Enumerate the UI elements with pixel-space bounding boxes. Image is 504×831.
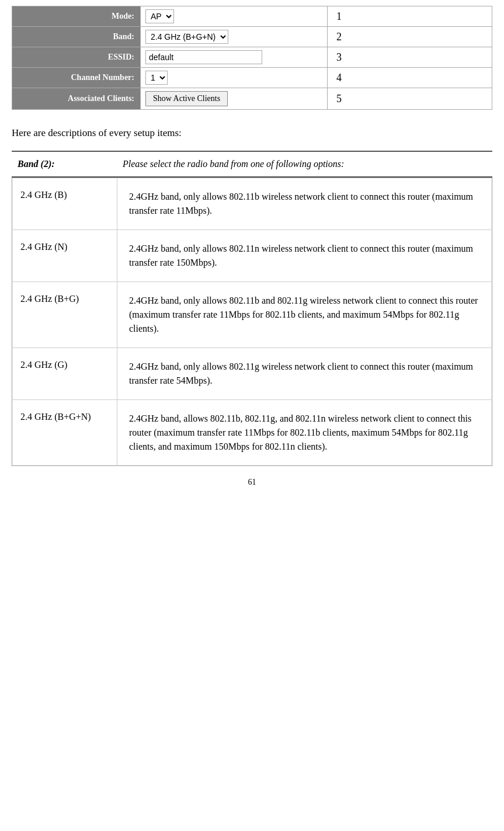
- settings-row-3: ESSID:3: [12, 47, 492, 68]
- page-container: Mode:AP1Band:2.4 GHz (B+G+N)2ESSID:3Chan…: [0, 0, 504, 831]
- settings-label-4: Channel Number:: [12, 68, 141, 88]
- band-option-desc-5: 2.4GHz band, allows 802.11b, 802.11g, an…: [117, 400, 492, 466]
- band-option-name-5: 2.4 GHz (B+G+N): [12, 400, 117, 466]
- settings-label-2: Band:: [12, 27, 141, 47]
- band-option-desc-3: 2.4GHz band, only allows 802.11b and 802…: [117, 282, 492, 348]
- settings-row-2: Band:2.4 GHz (B+G+N)2: [12, 27, 492, 47]
- band-option-name-1: 2.4 GHz (B): [12, 178, 117, 230]
- band-options-table: 2.4 GHz (B)2.4GHz band, only allows 802.…: [12, 178, 492, 466]
- settings-row-1: Mode:AP1: [12, 6, 492, 27]
- band-option-row-5: 2.4 GHz (B+G+N)2.4GHz band, allows 802.1…: [12, 400, 492, 466]
- settings-number-2: 2: [328, 27, 492, 47]
- band-option-row-1: 2.4 GHz (B)2.4GHz band, only allows 802.…: [12, 178, 492, 230]
- band-option-desc-1: 2.4GHz band, only allows 802.11b wireles…: [117, 178, 492, 230]
- settings-label-1: Mode:: [12, 6, 141, 27]
- settings-value-3[interactable]: [141, 47, 328, 68]
- band-option-row-2: 2.4 GHz (N)2.4GHz band, only allows 802.…: [12, 230, 492, 282]
- settings-number-1: 1: [328, 6, 492, 27]
- description-intro: Here are descriptions of every setup ite…: [12, 127, 492, 139]
- band-desc-table: Band (2): Please select the radio band f…: [12, 152, 492, 178]
- band-option-name-2: 2.4 GHz (N): [12, 230, 117, 282]
- settings-value-5[interactable]: Show Active Clients: [141, 88, 328, 110]
- band-option-name-3: 2.4 GHz (B+G): [12, 282, 117, 348]
- settings-select-4[interactable]: 1: [145, 71, 168, 85]
- settings-input-3[interactable]: [145, 50, 262, 64]
- band-option-desc-4: 2.4GHz band, only allows 802.11g wireles…: [117, 348, 492, 400]
- settings-number-4: 4: [328, 68, 492, 88]
- settings-number-5: 5: [328, 88, 492, 110]
- show-active-clients-button[interactable]: Show Active Clients: [145, 91, 228, 106]
- settings-row-4: Channel Number:14: [12, 68, 492, 88]
- settings-value-1[interactable]: AP: [141, 6, 328, 27]
- settings-value-2[interactable]: 2.4 GHz (B+G+N): [141, 27, 328, 47]
- page-number: 61: [12, 466, 492, 493]
- settings-label-5: Associated Clients:: [12, 88, 141, 110]
- band-header-description: Please select the radio band from one of…: [117, 152, 492, 177]
- band-header-label: Band (2):: [12, 152, 117, 177]
- band-option-row-4: 2.4 GHz (G)2.4GHz band, only allows 802.…: [12, 348, 492, 400]
- settings-select-1[interactable]: AP: [145, 9, 174, 23]
- settings-label-3: ESSID:: [12, 47, 141, 68]
- band-option-name-4: 2.4 GHz (G): [12, 348, 117, 400]
- settings-select-2[interactable]: 2.4 GHz (B+G+N): [145, 30, 228, 44]
- settings-number-3: 3: [328, 47, 492, 68]
- settings-table: Mode:AP1Band:2.4 GHz (B+G+N)2ESSID:3Chan…: [12, 6, 492, 110]
- band-option-desc-2: 2.4GHz band, only allows 802.11n wireles…: [117, 230, 492, 282]
- settings-row-5: Associated Clients:Show Active Clients5: [12, 88, 492, 110]
- settings-value-4[interactable]: 1: [141, 68, 328, 88]
- band-option-row-3: 2.4 GHz (B+G)2.4GHz band, only allows 80…: [12, 282, 492, 348]
